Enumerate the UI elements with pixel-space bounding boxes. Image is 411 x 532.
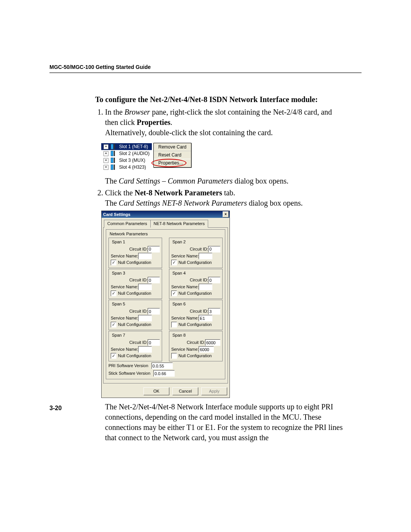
ctx-properties[interactable]: Properties... (154, 159, 191, 167)
tree-label: Slot 2 (AUDIO) (119, 150, 150, 157)
span-legend: Span 4 (171, 270, 187, 276)
service-name-label: Service Name: (111, 253, 138, 259)
tree: + Slot 1 (NET-8) + Slot 2 (AUDIO) + (101, 143, 152, 171)
tree-label: Slot 4 (H323) (119, 164, 146, 170)
inter-i: Card Settings – Common Parameters (119, 177, 233, 185)
null-config-checkbox[interactable]: ✓Null Configuration (171, 291, 212, 296)
circuit-id-label: Circuit ID: (187, 340, 205, 345)
tree-item-slot4[interactable]: + Slot 4 (H323) (101, 164, 152, 171)
service-name-input[interactable] (199, 284, 212, 290)
checkbox-icon: ✓ (171, 260, 177, 265)
service-name-input[interactable] (138, 253, 152, 259)
service-name-label: Service Name: (111, 347, 138, 352)
step1-properties: Properties (137, 118, 170, 126)
checkbox-icon: ✓ (111, 353, 116, 359)
service-name-input[interactable] (138, 346, 152, 353)
step2-post-b: dialog box opens. (247, 199, 303, 207)
null-config-label: Null Configuration (178, 322, 212, 328)
step2-b: tab. (222, 189, 235, 197)
group-legend: Network Parameters (108, 231, 149, 237)
tree-item-slot3[interactable]: + Slot 3 (MUX) (101, 157, 152, 164)
tree-item-slot1[interactable]: + Slot 1 (NET-8) (101, 143, 152, 150)
circuit-id-label: Circuit ID: (129, 246, 148, 252)
checkbox-icon: ✓ (111, 322, 116, 328)
circuit-id-label: Circuit ID: (190, 308, 208, 314)
expander-icon[interactable]: + (104, 158, 108, 163)
span-box-7: Span 7Circuit ID: Service Name: ✓Null Co… (108, 331, 162, 361)
step2-post-i: Card Settings NET-8 Network Parameters (119, 199, 247, 207)
expander-icon[interactable]: + (104, 165, 108, 170)
null-config-checkbox[interactable]: ✓Null Configuration (171, 260, 212, 265)
service-name-label: Service Name: (171, 347, 199, 352)
cancel-button[interactable]: Cancel (172, 387, 198, 395)
circuit-id-input[interactable] (208, 246, 220, 252)
stick-version-input[interactable] (153, 370, 175, 377)
null-config-checkbox[interactable]: ✓Null Configuration (111, 260, 151, 265)
null-config-checkbox[interactable]: ✓Null Configuration (111, 322, 151, 328)
null-config-checkbox[interactable]: Null Configuration (171, 322, 212, 328)
context-menu: Remove Card Reset Card Properties... (153, 143, 191, 168)
null-config-label: Null Configuration (118, 322, 151, 328)
circuit-id-label: Circuit ID: (190, 277, 208, 283)
circuit-id-input[interactable] (148, 339, 160, 346)
service-name-input[interactable] (138, 315, 152, 321)
circuit-id-label: Circuit ID: (129, 277, 148, 283)
page-number: 3-20 (49, 405, 62, 412)
card-icon (111, 144, 117, 149)
card-settings-dialog: Card Settings × Common Parameters NET-8 … (101, 211, 230, 398)
circuit-id-input[interactable] (148, 246, 160, 252)
circuit-id-input[interactable] (205, 339, 220, 346)
null-config-checkbox[interactable]: ✓Null Configuration (111, 353, 151, 359)
circuit-id-input[interactable] (148, 277, 160, 283)
step2-a: Click the (105, 189, 135, 197)
ctx-remove-card[interactable]: Remove Card (154, 143, 191, 151)
span-legend: Span 7 (111, 332, 126, 338)
null-config-checkbox[interactable]: ✓Null Configuration (111, 291, 151, 296)
circuit-id-input[interactable] (208, 277, 220, 283)
tree-item-slot2[interactable]: + Slot 2 (AUDIO) (101, 150, 152, 157)
span-box-4: Span 4Circuit ID: Service Name: ✓Null Co… (169, 269, 223, 299)
apply-button[interactable]: Apply (201, 387, 227, 395)
circuit-id-label: Circuit ID: (129, 340, 148, 345)
circuit-id-label: Circuit ID: (190, 246, 208, 252)
expander-icon[interactable]: + (104, 151, 108, 156)
service-name-label: Service Name: (171, 315, 199, 321)
section-title: To configure the Net-2/Net-4/Net-8 ISDN … (95, 94, 346, 105)
tree-label: Slot 3 (MUX) (119, 157, 145, 163)
service-name-input[interactable] (199, 346, 214, 353)
service-name-input[interactable] (138, 284, 152, 290)
expander-icon[interactable]: + (104, 144, 108, 149)
checkbox-icon: ✓ (171, 291, 177, 296)
span-box-2: Span 2Circuit ID: Service Name: ✓Null Co… (169, 238, 223, 268)
service-name-label: Service Name: (171, 284, 199, 290)
step1-browser: Browser (124, 108, 150, 116)
circuit-id-input[interactable] (148, 308, 160, 315)
step2-bold: Net-8 Network Parameters (135, 189, 222, 197)
stick-version-label: Stick Software Version (108, 371, 150, 376)
null-config-label: Null Configuration (118, 291, 151, 296)
span-box-1: Span 1Circuit ID: Service Name: ✓Null Co… (108, 238, 162, 268)
span-box-8: Span 8Circuit ID: Service Name: Null Con… (169, 331, 223, 361)
null-config-label: Null Configuration (178, 260, 212, 265)
step1-alt: Alternatively, double-click the slot con… (105, 128, 273, 137)
span-box-5: Span 5Circuit ID: Service Name: ✓Null Co… (108, 300, 162, 330)
ctx-reset-card[interactable]: Reset Card (154, 151, 191, 159)
tab-common-parameters[interactable]: Common Parameters (104, 220, 151, 228)
circuit-id-input[interactable] (208, 308, 220, 315)
null-config-checkbox[interactable]: Null Configuration (171, 353, 212, 359)
dialog-title: Card Settings (103, 212, 131, 217)
titlebar: Card Settings × (102, 211, 229, 218)
pri-version-input[interactable] (151, 363, 173, 369)
ok-button[interactable]: OK (143, 387, 169, 395)
tab-net8-network-parameters[interactable]: NET-8 Network Parameters (150, 220, 208, 228)
service-name-label: Service Name: (111, 284, 138, 290)
checkbox-icon (171, 322, 177, 328)
span-legend: Span 3 (111, 270, 126, 276)
card-icon (111, 158, 117, 163)
span-legend: Span 6 (171, 301, 187, 307)
service-name-input[interactable] (199, 315, 212, 321)
null-config-label: Null Configuration (178, 291, 212, 296)
pri-version-label: PRI Software Version (108, 363, 148, 369)
service-name-input[interactable] (199, 253, 212, 259)
close-icon[interactable]: × (223, 211, 229, 217)
